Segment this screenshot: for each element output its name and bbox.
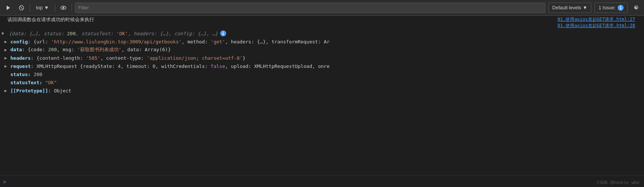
data-line[interactable]: ▶ data: {code: 200, msg: '获取图书列表成功', dat… [0, 46, 644, 54]
default-levels-button[interactable]: Default levels ▼ [548, 3, 592, 13]
divider2 [55, 4, 55, 12]
message-text: 该回调函数会在请求成功的时候会来执行 [7, 16, 518, 23]
watermark: CSDN @Rookie_wbe [597, 180, 640, 185]
dropdown-arrow: ▼ [44, 5, 49, 10]
status-line: status: 200 [0, 70, 644, 78]
request-expand-arrow[interactable]: ▶ [4, 64, 7, 69]
filter-input[interactable] [75, 3, 545, 13]
console-output: 该回调函数会在请求成功的时候会来执行 01.使用axios发起GET请求.htm… [0, 16, 644, 187]
source-ref-1[interactable]: 01.使用axios发起GET请求.html:27 [558, 16, 640, 23]
divider3 [72, 4, 72, 12]
levels-dropdown-arrow: ▼ [583, 5, 588, 10]
context-label: top [36, 5, 43, 10]
request-content: request: XMLHttpRequest {readyState: 4, … [10, 63, 330, 69]
stop-button[interactable] [16, 3, 27, 13]
config-line[interactable]: ▶ config: {url: 'http://www.liulongbin.t… [0, 37, 644, 46]
root-expand-arrow[interactable]: ▼ [1, 31, 4, 36]
issue-count-icon: 1 [618, 5, 624, 11]
headers-content: headers: {content-length: '585', content… [10, 55, 245, 61]
eye-button[interactable] [58, 3, 69, 13]
prototype-content: [[Prototype]]: Object [10, 88, 71, 94]
statustext-key: statusText: [10, 80, 42, 85]
settings-button[interactable] [631, 3, 641, 13]
status-value-space [31, 72, 34, 77]
divider1 [30, 4, 30, 12]
object-summary: {data: {…}, status: 200, statusText: 'OK… [9, 31, 218, 36]
info-badge[interactable]: i [220, 30, 226, 36]
source-ref-2[interactable]: 01.使用axios发起GET请求.html:28 [558, 23, 640, 29]
status-key: status: [10, 72, 31, 77]
headers-line[interactable]: ▶ headers: {content-length: '585', conte… [0, 54, 644, 62]
context-selector[interactable]: top ▼ [33, 4, 52, 12]
config-expand-arrow[interactable]: ▶ [4, 39, 7, 44]
issues-count: 1 [620, 6, 622, 10]
status-value: 200 [34, 72, 42, 77]
request-line[interactable]: ▶ request: XMLHttpRequest {readyState: 4… [0, 62, 644, 70]
console-message-line: 该回调函数会在请求成功的时候会来执行 01.使用axios发起GET请求.htm… [0, 16, 644, 29]
statustext-value-space [42, 80, 45, 85]
data-content: data: {code: 200, msg: '获取图书列表成功', data:… [10, 46, 171, 53]
statustext-value: "OK" [45, 80, 57, 85]
issues-label: 1 Issue: [598, 5, 615, 10]
issues-button[interactable]: 1 Issue: 1 [594, 3, 628, 13]
prototype-line[interactable]: ▶ [[Prototype]]: Object [0, 86, 644, 95]
svg-line-2 [20, 7, 23, 9]
prompt-arrow: > [3, 179, 6, 185]
svg-marker-0 [7, 6, 10, 10]
prototype-expand-arrow[interactable]: ▶ [4, 88, 7, 93]
default-levels-label: Default levels [552, 5, 581, 10]
svg-point-4 [62, 7, 64, 9]
headers-expand-arrow[interactable]: ▶ [4, 56, 7, 60]
watermark-text: CSDN @Rookie_wbe [597, 180, 640, 185]
data-expand-arrow[interactable]: ▶ [4, 47, 7, 52]
devtools-toolbar: top ▼ Default levels ▼ 1 Issue: 1 [0, 0, 644, 16]
play-button[interactable] [3, 3, 13, 13]
config-content: config: {url: 'http://www.liulongbin.top… [10, 39, 330, 45]
object-root-line[interactable]: ▼ {data: {…}, status: 200, statusText: '… [0, 29, 644, 37]
console-prompt: > [0, 175, 644, 187]
statustext-line: statusText: "OK" [0, 78, 644, 86]
